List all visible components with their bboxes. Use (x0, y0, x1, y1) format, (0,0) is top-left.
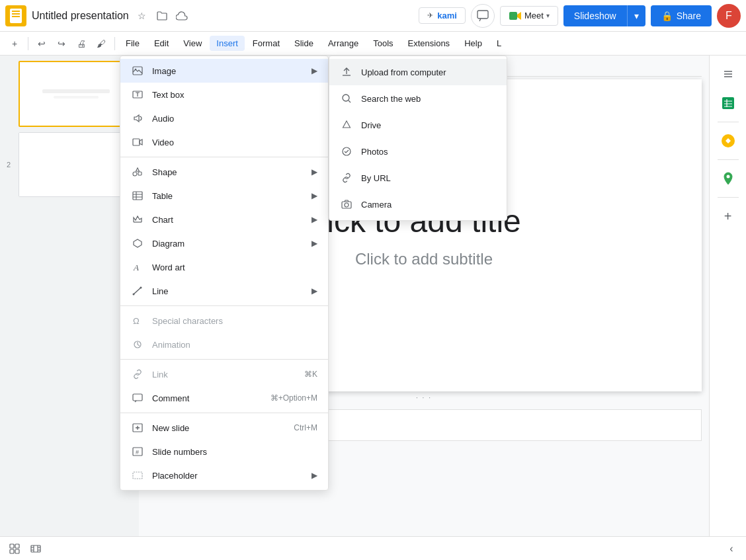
image-camera-item[interactable]: Camera (329, 191, 507, 218)
svg-point-24 (343, 147, 351, 155)
svg-rect-28 (15, 544, 19, 548)
image-icon (131, 64, 144, 77)
undo-button[interactable]: ↩ (32, 34, 51, 53)
insert-video-label: Video (152, 138, 317, 147)
insert-slide-numbers-item[interactable]: # Slide numbers (120, 440, 328, 463)
paint-format-button[interactable]: 🖌 (92, 34, 110, 53)
slide-thumbnail-2[interactable] (19, 132, 134, 198)
insert-table-label: Table (152, 191, 311, 201)
user-avatar[interactable]: F (717, 4, 741, 28)
cloud-icon[interactable] (174, 8, 190, 24)
video-icon (131, 136, 144, 149)
svg-text:Ω: Ω (133, 316, 140, 326)
drive-icon (340, 118, 353, 132)
insert-line-item[interactable]: Line ▶ (120, 279, 328, 303)
sidebar-maps-icon[interactable] (715, 165, 741, 192)
sidebar-kami-icon[interactable] (715, 128, 741, 154)
link-shortcut: ⌘K (304, 370, 317, 379)
insert-table-item[interactable]: Table ▶ (120, 184, 328, 208)
insert-diagram-item[interactable]: Diagram ▶ (120, 231, 328, 255)
image-by-url-item[interactable]: By URL (329, 165, 507, 191)
wordart-icon: A (131, 260, 144, 274)
share-lock-icon: 🔒 (661, 11, 673, 21)
sidebar-add-icon[interactable]: + (715, 203, 741, 229)
textbox-icon (131, 88, 144, 101)
placeholder-arrow-icon: ▶ (311, 471, 317, 480)
filmstrip-button[interactable] (26, 540, 45, 558)
svg-rect-2 (722, 97, 734, 109)
insert-new-slide-item[interactable]: New slide Ctrl+M (120, 416, 328, 440)
collapse-notes-button[interactable]: ‹ (722, 540, 741, 558)
insert-chart-item[interactable]: Chart ▶ (120, 208, 328, 231)
insert-chart-label: Chart (152, 215, 311, 225)
chart-icon (131, 213, 144, 226)
share-button[interactable]: 🔒 Share (651, 5, 712, 26)
svg-point-6 (135, 69, 137, 71)
image-drive-item[interactable]: Drive (329, 112, 507, 138)
insert-textbox-item[interactable]: Text box (120, 83, 328, 106)
svg-rect-27 (10, 544, 14, 548)
insert-diagram-label: Diagram (152, 239, 311, 249)
image-arrow-icon: ▶ (311, 66, 317, 75)
sep-1 (120, 157, 328, 157)
folder-icon[interactable] (154, 8, 170, 24)
resize-dots-icon: · · · (416, 394, 432, 401)
menu-format[interactable]: Format (246, 36, 286, 51)
grid-view-button[interactable] (5, 540, 24, 558)
insert-image-item[interactable]: Image ▶ (120, 59, 328, 83)
print-button[interactable]: 🖨 (72, 34, 91, 53)
menu-extensions[interactable]: Extensions (401, 36, 457, 51)
app-icon[interactable] (5, 5, 26, 26)
insert-video-item[interactable]: Video (120, 130, 328, 154)
slideshow-button[interactable]: Slideshow ▾ (563, 5, 645, 26)
menu-insert[interactable]: Insert (210, 36, 245, 51)
meet-button[interactable]: Meet ▾ (500, 6, 558, 26)
menu-accessibility[interactable]: L (490, 36, 508, 51)
insert-link-item[interactable]: Link ⌘K (120, 362, 328, 386)
image-photos-item[interactable]: Photos (329, 138, 507, 165)
slide-thumbnail-1[interactable] (19, 61, 134, 127)
new-slide-icon (131, 421, 144, 434)
insert-animation-item[interactable]: Animation (120, 333, 328, 356)
menu-arrange[interactable]: Arrange (321, 36, 365, 51)
insert-audio-item[interactable]: Audio (120, 106, 328, 130)
slideshow-dropdown-icon[interactable]: ▾ (628, 5, 645, 26)
insert-slide-numbers-label: Slide numbers (152, 447, 317, 457)
insert-special-chars-item[interactable]: Ω Special characters (120, 309, 328, 333)
diagram-icon (131, 237, 144, 250)
insert-shape-item[interactable]: Shape ▶ (120, 160, 328, 184)
line-icon (131, 284, 144, 298)
chat-button[interactable] (471, 4, 495, 28)
svg-rect-18 (133, 394, 142, 401)
star-icon[interactable]: ☆ (134, 8, 150, 24)
shape-arrow-icon: ▶ (311, 167, 317, 177)
insert-link-label: Link (152, 370, 304, 380)
menu-edit[interactable]: Edit (147, 36, 175, 51)
kami-button[interactable]: ✈ kami (419, 7, 466, 24)
add-slide-button[interactable]: + (5, 34, 24, 53)
menu-tools[interactable]: Tools (366, 36, 399, 51)
photos-icon (340, 145, 353, 158)
insert-comment-item[interactable]: Comment ⌘+Option+M (120, 386, 328, 410)
insert-wordart-item[interactable]: A Word art (120, 255, 328, 279)
collapse-panel-button[interactable] (715, 61, 741, 87)
svg-rect-1 (509, 12, 517, 20)
drive-label: Drive (361, 120, 381, 130)
sidebar-sheets-icon[interactable] (715, 90, 741, 116)
menu-help[interactable]: Help (458, 36, 489, 51)
image-search-web-item[interactable]: Search the web (329, 85, 507, 112)
menu-view[interactable]: View (177, 36, 208, 51)
insert-textbox-label: Text box (152, 90, 317, 100)
title-icons: ☆ (134, 8, 190, 24)
insert-placeholder-item[interactable]: Placeholder ▶ (120, 463, 328, 487)
menu-file[interactable]: File (119, 36, 146, 51)
comment-icon (131, 391, 144, 405)
image-upload-item[interactable]: Upload from computer (329, 59, 507, 85)
document-title[interactable]: Untitled presentation (32, 10, 129, 22)
menu-slide[interactable]: Slide (288, 36, 320, 51)
svg-rect-8 (133, 139, 140, 145)
redo-button[interactable]: ↪ (52, 34, 71, 53)
table-arrow-icon: ▶ (311, 191, 317, 200)
svg-rect-31 (31, 545, 40, 552)
photos-label: Photos (361, 147, 388, 157)
